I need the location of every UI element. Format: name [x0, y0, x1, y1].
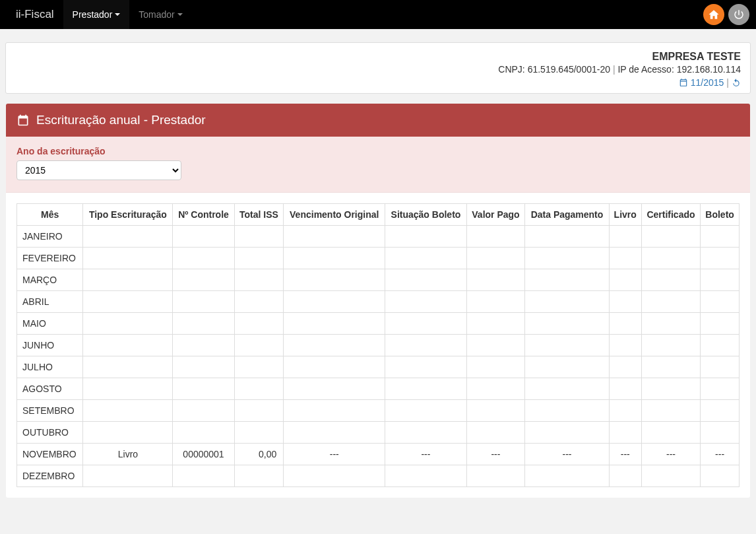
cell-boleto — [701, 422, 740, 444]
caret-down-icon — [115, 13, 120, 16]
cell-livro — [609, 465, 641, 487]
th-tipo: Tipo Escrituração — [83, 204, 173, 226]
cell-boleto — [701, 226, 740, 248]
refresh-icon[interactable] — [732, 78, 741, 87]
brand[interactable]: ii-Fiscal — [7, 0, 63, 29]
cell-ctrl — [173, 269, 234, 291]
cell-ctrl — [173, 291, 234, 313]
table-row[interactable]: JANEIRO — [17, 226, 740, 248]
panel-title: Escrituração anual - Prestador — [36, 113, 206, 127]
table-row[interactable]: JULHO — [17, 356, 740, 378]
cell-livro — [609, 400, 641, 422]
cell-pago — [466, 422, 525, 444]
cell-venc — [284, 269, 385, 291]
nav-tomador[interactable]: Tomador — [129, 0, 191, 29]
cell-iss — [234, 400, 284, 422]
cell-ctrl — [173, 465, 234, 487]
nav-prestador[interactable]: Prestador — [63, 0, 130, 29]
cell-mes: AGOSTO — [17, 378, 83, 400]
cell-pago — [466, 313, 525, 335]
cell-pago — [466, 378, 525, 400]
navbar: ii-Fiscal Prestador Tomador — [0, 0, 756, 29]
cell-boleto: --- — [701, 444, 740, 465]
cell-iss — [234, 248, 284, 269]
cell-iss — [234, 465, 284, 487]
cell-mes: ABRIL — [17, 291, 83, 313]
cell-mes: JULHO — [17, 356, 83, 378]
th-livro: Livro — [609, 204, 641, 226]
period-value[interactable]: 11/2015 — [691, 77, 724, 88]
table-row[interactable]: OUTUBRO — [17, 422, 740, 444]
company-name: EMPRESA TESTE — [15, 51, 741, 63]
cell-datap — [525, 378, 609, 400]
cnpj-label: CNPJ: — [498, 64, 524, 75]
cell-datap — [525, 356, 609, 378]
cell-iss: 0,00 — [234, 444, 284, 465]
th-boleto: Boleto — [701, 204, 740, 226]
cell-boleto — [701, 356, 740, 378]
cell-cert — [641, 335, 700, 356]
cell-cert — [641, 269, 700, 291]
cell-pago — [466, 226, 525, 248]
cell-livro — [609, 422, 641, 444]
cell-tipo — [83, 422, 173, 444]
cell-livro — [609, 248, 641, 269]
cell-boleto — [701, 291, 740, 313]
table-row[interactable]: JUNHO — [17, 335, 740, 356]
year-label: Ano da escrituração — [16, 146, 740, 156]
table-row[interactable]: ABRIL — [17, 291, 740, 313]
th-venc: Vencimento Original — [284, 204, 385, 226]
cell-iss — [234, 269, 284, 291]
ip-value: 192.168.10.114 — [677, 64, 741, 75]
cell-boleto — [701, 313, 740, 335]
cell-cert: --- — [641, 444, 700, 465]
separator: | — [726, 77, 729, 88]
cnpj-value: 61.519.645/0001-20 — [528, 64, 610, 75]
cell-datap: --- — [525, 444, 609, 465]
table-row[interactable]: DEZEMBRO — [17, 465, 740, 487]
cell-boleto — [701, 335, 740, 356]
cell-datap — [525, 400, 609, 422]
cell-livro — [609, 335, 641, 356]
th-datap: Data Pagamento — [525, 204, 609, 226]
table-row[interactable]: NOVEMBROLivro000000010,00---------------… — [17, 444, 740, 465]
table-row[interactable]: FEVEREIRO — [17, 248, 740, 269]
company-details: CNPJ: 61.519.645/0001-20 | IP de Acesso:… — [15, 64, 741, 75]
home-icon — [708, 9, 720, 20]
th-mes: Mês — [17, 204, 83, 226]
logout-button[interactable] — [728, 4, 749, 25]
cell-sit — [385, 248, 466, 269]
cell-sit — [385, 465, 466, 487]
cell-livro — [609, 226, 641, 248]
table-row[interactable]: AGOSTO — [17, 378, 740, 400]
cell-sit: --- — [385, 444, 466, 465]
cell-mes: DEZEMBRO — [17, 465, 83, 487]
calendar-icon — [16, 114, 30, 127]
cell-venc — [284, 291, 385, 313]
table-row[interactable]: SETEMBRO — [17, 400, 740, 422]
cell-ctrl — [173, 400, 234, 422]
table-row[interactable]: MARÇO — [17, 269, 740, 291]
cell-venc — [284, 248, 385, 269]
cell-mes: NOVEMBRO — [17, 444, 83, 465]
cell-cert — [641, 422, 700, 444]
cell-boleto — [701, 269, 740, 291]
cell-ctrl — [173, 248, 234, 269]
cell-ctrl — [173, 356, 234, 378]
period-line: 11/2015 | — [15, 77, 741, 88]
cell-sit — [385, 335, 466, 356]
cell-venc — [284, 356, 385, 378]
cell-datap — [525, 269, 609, 291]
cell-sit — [385, 313, 466, 335]
cell-livro — [609, 378, 641, 400]
cell-sit — [385, 356, 466, 378]
cell-cert — [641, 248, 700, 269]
cell-sit — [385, 378, 466, 400]
cell-pago — [466, 400, 525, 422]
year-select[interactable]: 2015 — [16, 160, 181, 180]
cell-iss — [234, 422, 284, 444]
table-row[interactable]: MAIO — [17, 313, 740, 335]
cell-pago — [466, 465, 525, 487]
cell-mes: OUTUBRO — [17, 422, 83, 444]
home-button[interactable] — [703, 4, 724, 25]
